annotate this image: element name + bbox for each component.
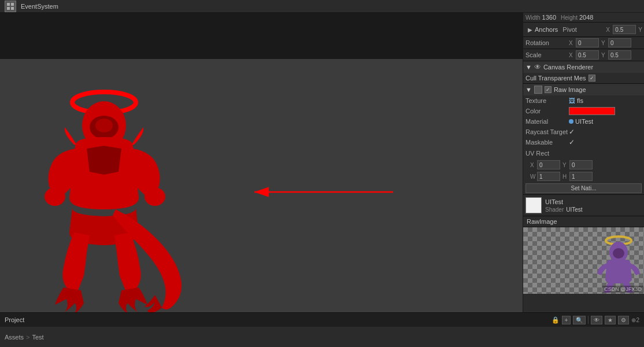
shader-value: UITest	[566, 206, 582, 213]
divider	[588, 316, 589, 324]
raw-image-section: ▼ Raw Image Texture 🖼 fls Color Mate	[523, 84, 644, 195]
svg-rect-0	[7, 3, 10, 6]
maskable-check[interactable]: ✓	[569, 138, 575, 146]
cull-checkbox[interactable]	[589, 75, 595, 82]
height-value: 2048	[579, 14, 593, 21]
width-value: 1360	[542, 14, 556, 21]
pivot-x-input[interactable]: 0.5	[613, 25, 636, 34]
mid-icon	[5, 1, 16, 12]
raycast-row: Raycast Target ✓	[523, 127, 644, 137]
assets-breadcrumb[interactable]: Assets	[5, 334, 24, 341]
uv-h-label: H	[562, 174, 568, 180]
raw-image-arrow: ▼	[525, 86, 532, 93]
gear-btn[interactable]: ⚙	[618, 316, 629, 324]
test-breadcrumb[interactable]: Test	[32, 334, 43, 341]
star-btn[interactable]: ★	[605, 316, 616, 324]
uv-wh-row: W 1 H 1	[523, 171, 644, 182]
pivot-x-group: X 0.5	[606, 25, 636, 34]
svg-rect-2	[7, 7, 10, 10]
bottom-panel: Project 🔒 + 🔍 👁 ★ ⚙ ⊕2 Assets > Test	[0, 312, 644, 347]
top-bar: EventSystem	[0, 0, 644, 13]
raycast-label: Raycast Target	[525, 128, 569, 135]
material-section: UITest Shader UITest	[523, 195, 644, 216]
pivot-row: Pivot X 0.5 Y 0.5	[560, 24, 644, 35]
height-label: Height	[561, 14, 578, 21]
uv-w-input[interactable]: 1	[537, 172, 560, 181]
lock-icon: 🔒	[552, 316, 560, 324]
scale-values: X 0.5 Y 0.5	[569, 50, 642, 60]
uv-h-group: H 1	[562, 172, 593, 181]
scale-x-label: X	[569, 52, 575, 58]
material-info: UITest Shader UITest	[545, 198, 583, 213]
eye-btn[interactable]: 👁	[591, 316, 602, 324]
pivot-y-group: Y 0.5	[638, 25, 644, 34]
chip-dot	[569, 119, 573, 124]
search-button[interactable]: 🔍	[573, 316, 586, 324]
add-button[interactable]: +	[562, 316, 571, 324]
pivot-values: X 0.5 Y 0.5	[606, 25, 644, 34]
maskable-row: Maskable ✓	[523, 137, 644, 147]
height-group: Height 2048	[561, 14, 593, 21]
bottom-tools: 🔒 + 🔍 👁 ★ ⚙ ⊕2	[552, 316, 639, 324]
color-label: Color	[525, 108, 569, 115]
material-chip: UITest	[569, 118, 593, 125]
rotation-y-group: Y 0	[601, 38, 631, 47]
material-value: UITest	[575, 118, 593, 125]
uv-y-input[interactable]: 0	[569, 160, 593, 169]
raw-image-header[interactable]: ▼ Raw Image	[523, 84, 644, 95]
badge: ⊕2	[631, 317, 639, 323]
pivot-label: Pivot	[562, 26, 606, 33]
rotation-x-label: X	[569, 40, 575, 46]
texture-icon: 🖼	[569, 97, 575, 104]
color-row: Color	[523, 106, 644, 116]
uv-y-group: Y 0	[562, 160, 593, 169]
uv-x-label: X	[530, 162, 536, 168]
svg-rect-1	[11, 3, 14, 6]
anchors-arrow: ▶	[528, 27, 532, 33]
image-icon	[534, 86, 542, 94]
canvas-arrow: ▼	[525, 64, 532, 71]
uvrect-label-row: UV Rect	[523, 147, 644, 159]
rotation-y-input[interactable]: 0	[608, 38, 631, 47]
scale-row: Scale X 0.5 Y 0.5	[523, 49, 644, 61]
uv-y-label: Y	[562, 162, 568, 168]
svg-point-8	[45, 187, 65, 206]
uv-h-input[interactable]: 1	[569, 172, 593, 181]
raycast-check[interactable]: ✓	[569, 128, 575, 136]
uv-wh-values: W 1 H 1	[530, 172, 642, 181]
rawimage-preview-section: RawImage CSDN @	[523, 216, 644, 294]
rotation-values: X 0 Y 0	[569, 38, 642, 47]
preview-character-svg	[593, 230, 644, 294]
uv-w-label: W	[530, 174, 536, 180]
svg-rect-3	[11, 7, 14, 10]
bottom-header: Project 🔒 + 🔍 👁 ★ ⚙ ⊕2	[0, 313, 644, 327]
width-group: Width 1360	[525, 14, 556, 21]
scale-y-input[interactable]: 0.5	[608, 50, 631, 60]
breadcrumb: Assets > Test	[5, 334, 44, 341]
eye-icon: 👁	[534, 63, 541, 71]
character-container	[23, 47, 243, 312]
anchors-header[interactable]: ▶ Anchors	[525, 24, 560, 35]
rotation-x-group: X 0	[569, 38, 599, 47]
texture-label: Texture	[525, 97, 569, 104]
rotation-y-label: Y	[601, 40, 607, 46]
anchors-section: ▶ Anchors Pivot X 0.5 Y 0.5	[523, 23, 644, 37]
rawimage-preview-content: CSDN @JFX3D	[523, 227, 644, 294]
shader-label: Shader	[545, 206, 564, 213]
color-swatch[interactable]	[569, 107, 615, 115]
material-label: Material	[525, 118, 569, 125]
texture-value: 🖼 fls	[569, 97, 642, 104]
eventsystem-label: EventSystem	[21, 3, 58, 10]
set-native-button[interactable]: Set Nati...	[525, 183, 642, 193]
scale-y-group: Y 0.5	[601, 50, 631, 60]
raw-image-checkbox[interactable]	[545, 86, 552, 93]
rotation-label: Rotation	[525, 39, 569, 46]
scale-x-input[interactable]: 0.5	[576, 50, 599, 60]
width-label: Width	[525, 14, 541, 21]
uv-x-input[interactable]: 0	[537, 160, 560, 169]
inspector-panel: Width 1360 Height 2048 ▶ Anchors Pivot X…	[523, 13, 644, 312]
canvas-renderer-header[interactable]: ▼ 👁 Canvas Renderer	[523, 61, 644, 73]
svg-point-7	[95, 119, 113, 132]
rotation-x-input[interactable]: 0	[576, 38, 599, 47]
scene-area	[0, 13, 523, 312]
